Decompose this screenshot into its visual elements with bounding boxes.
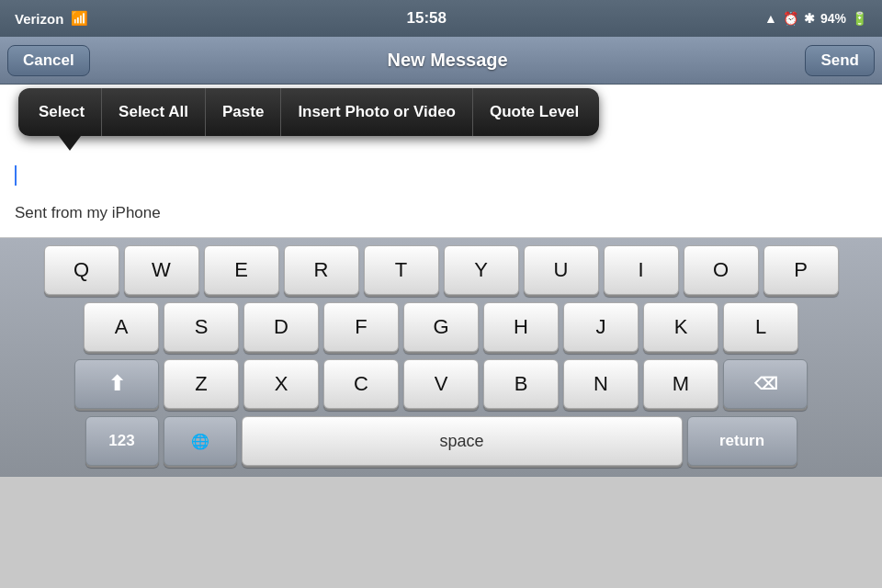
status-bar: Verizon 📶 15:58 ▲ ⏰ ✱ 94% 🔋: [0, 0, 882, 37]
key-c[interactable]: C: [323, 359, 399, 409]
context-select[interactable]: Select: [22, 88, 102, 136]
nav-title: New Message: [388, 50, 508, 71]
keyboard-row-3: ⬆ Z X C V B N M ⌫: [4, 359, 878, 409]
key-q[interactable]: Q: [44, 245, 119, 295]
key-s[interactable]: S: [164, 302, 239, 352]
key-p[interactable]: P: [763, 245, 839, 295]
globe-key[interactable]: 🌐: [164, 416, 237, 466]
key-l[interactable]: L: [723, 302, 798, 352]
status-left: Verizon 📶: [15, 10, 88, 27]
wifi-icon: 📶: [71, 10, 88, 27]
numbers-key[interactable]: 123: [85, 416, 159, 466]
key-g[interactable]: G: [403, 302, 479, 352]
send-button[interactable]: Send: [805, 45, 875, 76]
key-j[interactable]: J: [563, 302, 639, 352]
carrier-label: Verizon: [15, 11, 63, 27]
return-key[interactable]: return: [687, 416, 797, 466]
globe-icon: 🌐: [191, 433, 209, 450]
key-t[interactable]: T: [364, 245, 439, 295]
key-o[interactable]: O: [684, 245, 759, 295]
delete-icon: ⌫: [754, 374, 777, 394]
shift-key[interactable]: ⬆: [74, 359, 159, 409]
keyboard-row-2: A S D F G H J K L: [4, 302, 878, 352]
context-select-all[interactable]: Select All: [102, 88, 206, 136]
context-menu-wrapper: Select Select All Paste Insert Photo or …: [0, 85, 882, 158]
keyboard-row-4: 123 🌐 space return: [4, 416, 878, 466]
key-w[interactable]: W: [124, 245, 199, 295]
context-menu: Select Select All Paste Insert Photo or …: [18, 88, 599, 136]
key-z[interactable]: Z: [164, 359, 239, 409]
key-u[interactable]: U: [524, 245, 599, 295]
keyboard-row-1: Q W E R T Y U I O P: [4, 245, 878, 295]
time-display: 15:58: [406, 9, 446, 28]
context-insert-photo[interactable]: Insert Photo or Video: [281, 88, 473, 136]
signature-text: Sent from my iPhone: [15, 204, 867, 222]
alarm-icon: ⏰: [783, 11, 798, 26]
keyboard: Q W E R T Y U I O P A S D F G H J K L ⬆ …: [0, 238, 882, 477]
message-body[interactable]: Sent from my iPhone: [0, 158, 882, 238]
key-i[interactable]: I: [604, 245, 679, 295]
key-b[interactable]: B: [483, 359, 559, 409]
bluetooth-icon: ✱: [804, 11, 815, 26]
key-f[interactable]: F: [323, 302, 399, 352]
cancel-button[interactable]: Cancel: [7, 45, 90, 76]
key-m[interactable]: M: [643, 359, 718, 409]
context-paste[interactable]: Paste: [206, 88, 281, 136]
key-y[interactable]: Y: [444, 245, 519, 295]
text-cursor: [15, 165, 17, 186]
key-a[interactable]: A: [84, 302, 159, 352]
shift-icon: ⬆: [108, 372, 125, 396]
battery-label: 94%: [820, 11, 846, 26]
battery-icon: 🔋: [852, 11, 867, 26]
key-e[interactable]: E: [204, 245, 279, 295]
key-h[interactable]: H: [483, 302, 559, 352]
key-n[interactable]: N: [563, 359, 639, 409]
nav-bar: Cancel New Message Send: [0, 37, 882, 85]
key-x[interactable]: X: [243, 359, 319, 409]
key-d[interactable]: D: [243, 302, 319, 352]
key-v[interactable]: V: [403, 359, 479, 409]
space-key[interactable]: space: [242, 416, 683, 466]
status-right: ▲ ⏰ ✱ 94% 🔋: [764, 11, 867, 26]
key-k[interactable]: K: [643, 302, 718, 352]
key-r[interactable]: R: [284, 245, 359, 295]
context-quote-level[interactable]: Quote Level: [473, 88, 595, 136]
location-icon: ▲: [764, 11, 777, 26]
delete-key[interactable]: ⌫: [723, 359, 808, 409]
